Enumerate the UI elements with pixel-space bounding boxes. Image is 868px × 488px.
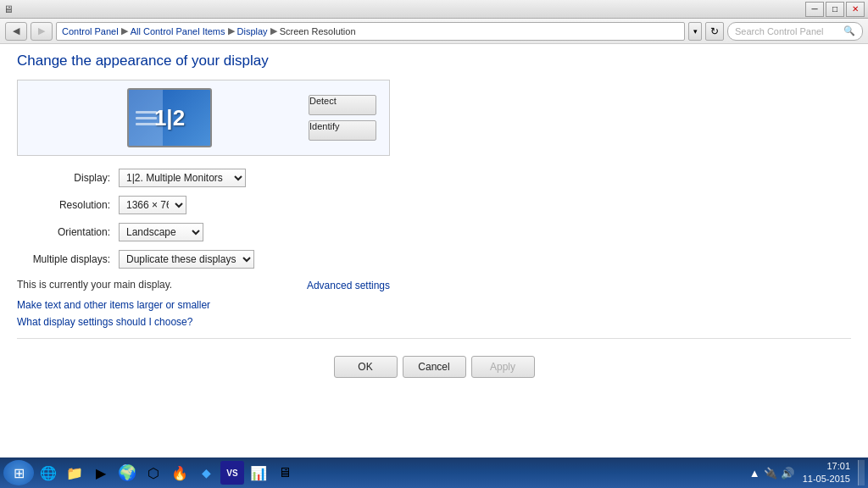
close-button[interactable]: ✕ [846,2,865,17]
breadcrumb-separator-2: ▶ [228,25,235,36]
address-bar: ◀ ▶ Control Panel ▶ All Control Panel It… [0,19,868,44]
start-button[interactable]: ⊞ [3,460,34,485]
start-icon: ⊞ [14,465,25,481]
tray-volume-icon[interactable]: 🔊 [781,467,794,480]
breadcrumb-all-items[interactable]: All Control Panel Items [131,26,225,36]
detect-button[interactable]: Detect [309,95,376,115]
tray-network-icon[interactable]: 🔌 [764,467,777,480]
taskbar-vbox-icon[interactable]: ⬡ [142,461,165,485]
breadcrumb-display[interactable]: Display [237,26,268,36]
apply-button[interactable]: Apply [471,356,535,378]
orientation-control: Landscape Portrait Landscape (flipped) P… [119,223,203,241]
resolution-control: 1366 × 768 [119,196,186,214]
display-preview-box: 1|2 Detect Identify [17,80,390,156]
display-control: 1|2. Multiple Monitors [119,169,246,187]
orientation-row: Orientation: Landscape Portrait Landscap… [17,223,851,241]
breadcrumb-control-panel[interactable]: Control Panel [62,26,119,36]
search-placeholder: Search Control Panel [735,26,824,36]
system-tray: ▲ 🔌 🔊 17:01 11-05-2015 [744,460,855,486]
taskbar: ⊞ 🌐 📁 ▶ 🌍 ⬡ 🔥 ◆ VS 📊 🖥 ▲ 🔌 🔊 17:01 11-05… [0,458,868,488]
search-box[interactable]: Search Control Panel 🔍 [727,22,863,41]
clock-date: 11-05-2015 [803,473,850,485]
tray-icons: ▲ 🔌 🔊 [749,467,794,480]
show-desktop-button[interactable] [858,460,865,485]
resolution-row: Resolution: 1366 × 768 [17,196,851,214]
maximize-button[interactable]: □ [826,2,844,17]
cancel-button[interactable]: Cancel [403,356,466,378]
divider [17,338,851,339]
info-text: This is currently your main display. [17,279,172,291]
breadcrumb: Control Panel ▶ All Control Panel Items … [56,22,685,41]
display-settings-link[interactable]: What display settings should I choose? [17,316,851,328]
advanced-settings-link[interactable]: Advanced settings [307,280,390,291]
title-bar: 🖥 ─ □ ✕ [0,0,868,19]
resolution-select[interactable]: 1366 × 768 [119,196,186,214]
forward-button[interactable]: ▶ [31,22,53,41]
search-icon: 🔍 [843,25,855,36]
breadcrumb-separator-1: ▶ [121,25,128,36]
back-button[interactable]: ◀ [5,22,27,41]
multiple-displays-row: Multiple displays: Duplicate these displ… [17,250,851,269]
ok-button[interactable]: OK [334,356,398,378]
display-select[interactable]: 1|2. Multiple Monitors [119,169,246,187]
minimize-button[interactable]: ─ [805,2,824,17]
clock-time: 17:01 [803,460,850,473]
taskbar-media-icon[interactable]: ▶ [89,461,113,485]
monitor-preview: 1|2 [127,88,212,147]
title-bar-buttons[interactable]: ─ □ ✕ [805,2,865,17]
main-content: Change the appearance of your display 1|… [0,44,868,458]
taskbar-chart-icon[interactable]: 📊 [247,461,270,485]
taskbar-screen-icon[interactable]: 🖥 [273,461,297,485]
display-label: Display: [17,172,119,184]
identify-button[interactable]: Identify [309,120,376,141]
taskbar-explorer-icon[interactable]: 📁 [63,461,86,485]
taskbar-gem-icon[interactable]: ◆ [194,461,218,485]
orientation-select[interactable]: Landscape Portrait Landscape (flipped) P… [119,223,203,241]
taskbar-flame-icon[interactable]: 🔥 [168,461,192,485]
detect-identify-buttons: Detect Identify [309,95,376,141]
form-section: Display: 1|2. Multiple Monitors Resoluti… [17,169,851,269]
tray-arrow-icon[interactable]: ▲ [749,467,760,480]
multiple-displays-label: Multiple displays: [17,253,119,265]
multiple-displays-control: Duplicate these displays Extend these di… [119,250,254,269]
multiple-displays-select[interactable]: Duplicate these displays Extend these di… [119,250,254,269]
breadcrumb-current: Screen Resolution [280,26,356,36]
resolution-label: Resolution: [17,199,119,211]
page-title: Change the appearance of your display [17,53,851,69]
address-dropdown[interactable]: ▾ [688,22,702,41]
taskbar-vs-icon[interactable]: VS [220,461,244,485]
taskbar-chrome-icon[interactable]: 🌍 [115,461,139,485]
breadcrumb-separator-3: ▶ [270,25,277,36]
orientation-label: Orientation: [17,226,119,238]
bottom-buttons: OK Cancel Apply [17,356,851,378]
monitor-number: 1|2 [154,105,185,131]
info-row: This is currently your main display. Adv… [17,277,390,294]
display-row: Display: 1|2. Multiple Monitors [17,169,851,187]
make-text-larger-link[interactable]: Make text and other items larger or smal… [17,299,851,311]
title-bar-left: 🖥 [3,3,14,15]
taskbar-ie-icon[interactable]: 🌐 [36,461,60,485]
refresh-button[interactable]: ↻ [705,22,724,41]
clock[interactable]: 17:01 11-05-2015 [803,460,850,486]
